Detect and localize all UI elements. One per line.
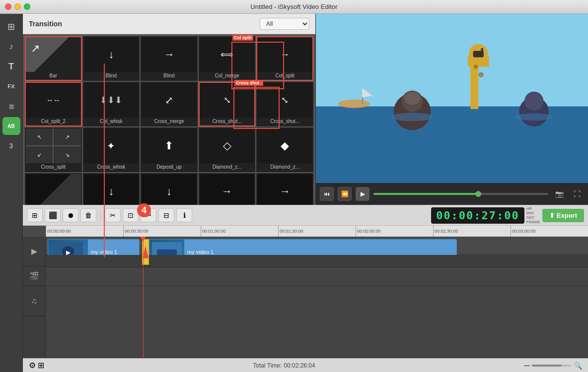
ruler-mark-6: 00:03:00:00 — [511, 226, 588, 237]
maximize-button[interactable] — [24, 3, 30, 10]
music-track[interactable] — [46, 267, 588, 286]
minimize-button[interactable] — [14, 3, 21, 10]
transition-cross-split-label: Cross_split — [41, 163, 66, 171]
transition-blind2-label: Blind — [163, 72, 174, 80]
video-track-icon: ▶ — [23, 237, 45, 266]
transition-cross-split[interactable]: ↖ ↗ ↙ ↘ Cross_split — [25, 127, 82, 172]
playhead-music — [143, 267, 144, 285]
transition-blind1[interactable]: ↓ Blind — [83, 36, 140, 81]
playhead[interactable] — [143, 237, 144, 254]
playhead-audio — [143, 255, 144, 266]
svg-point-7 — [404, 92, 420, 105]
transition-cross-shut1[interactable]: ⤡ Cross_shut... — [199, 82, 256, 126]
top-section: Transition All Basic 3D Fade Slide ↗ — [23, 14, 588, 205]
controls-bar: ⊞ ⬛ ⏺ 🗑 ✂ ⊡ ↩ ⊟ ℹ 00:00:27:00 HR MIN SEC… — [23, 205, 588, 226]
zoom-slider[interactable] — [532, 365, 572, 367]
video-track[interactable]: ▶ my video 1 🔊 — [46, 237, 588, 255]
transition-cross-merge[interactable]: ⤢ Cross_merge — [141, 82, 198, 126]
playhead-empty — [143, 286, 144, 358]
transition-cross-shut2[interactable]: ⤡ Cross_shut... — [256, 82, 313, 126]
fullscreen-button[interactable]: ⛶ — [570, 187, 584, 201]
transition-bar[interactable]: ↗ Bar — [25, 36, 82, 81]
transition-cross-whisk[interactable]: ✦ Cross_whisk — [83, 127, 140, 172]
export-label: Export — [557, 212, 577, 219]
timecode-area: 00:00:27:00 HR MIN SEC FRAME — [431, 206, 540, 224]
svg-point-18 — [515, 113, 553, 121]
content-area: Transition All Basic 3D Fade Slide ↗ — [23, 14, 588, 372]
svg-point-2 — [338, 100, 370, 108]
transition-deposit-up[interactable]: ⬆ Deposit_up — [141, 127, 198, 172]
timeline-tracks[interactable]: ▶ my video 1 🔊 — [46, 237, 588, 358]
svg-point-13 — [474, 64, 478, 69]
progress-bar[interactable] — [373, 193, 548, 195]
grid-icon[interactable]: ⊞ — [38, 361, 44, 370]
transition-col-split-2[interactable]: ↔↔ Col_split_2 — [25, 82, 82, 126]
audio-track[interactable] — [46, 255, 588, 267]
audio-track-icon2: ♫ — [23, 286, 45, 316]
export-button[interactable]: ⬆ Export — [542, 209, 584, 222]
video-controls: ⏮ ⏪ ▶ 📷 ⛶ — [316, 183, 588, 205]
step-back-button[interactable]: ⏪ — [338, 187, 352, 201]
transition-diamond-z1[interactable]: ◇ Diamond_z... — [199, 127, 256, 172]
ruler-mark-5: 00:02:30:00 — [433, 226, 511, 237]
transitions-title: Transition — [29, 20, 62, 28]
add-clip-button[interactable]: ⊞ — [27, 208, 43, 222]
progress-handle[interactable] — [475, 191, 481, 197]
transitions-filter[interactable]: All Basic 3D Fade Slide — [260, 18, 309, 30]
timecode-wrapper: 00:00:27:00 HR MIN SEC FRAME — [431, 206, 540, 224]
transition-cross-shut2-label: Cross_shut... — [270, 118, 299, 125]
transition-extra1[interactable] — [25, 173, 82, 205]
sidebar-item-text[interactable]: T — [2, 58, 20, 75]
snapshot-button[interactable]: ⊟ — [158, 208, 174, 222]
svg-point-17 — [391, 113, 433, 121]
trim-button[interactable]: ⊡ — [123, 208, 139, 222]
timeline-left-panel: ▶ 🎬 ♫ — [23, 237, 46, 358]
transition-diamond-z2-label: Diamond_z... — [270, 163, 299, 171]
toolbar-divider1 — [100, 209, 101, 221]
sidebar-item-step3[interactable]: 3 — [2, 137, 20, 155]
sidebar-item-subtitles[interactable]: AB — [2, 117, 20, 135]
titlebar: Untitled - iSkysoft Video Editor — [0, 0, 588, 14]
transition-col-whisk[interactable]: ⬇⬇⬇ Col_whisk — [83, 82, 140, 126]
settings-icon[interactable]: ⚙ — [29, 361, 36, 370]
sidebar-item-media[interactable]: ⊞ — [2, 18, 20, 36]
info-button[interactable]: ℹ — [176, 208, 192, 222]
delete-button[interactable]: 🗑 — [80, 208, 96, 222]
timeline-area: 00:00:00:00 00:00:30:00 00:01:00:00 00:0… — [23, 226, 588, 358]
zoom-controls: — 🔍 — [524, 362, 582, 370]
record-button[interactable]: ⏺ — [63, 208, 78, 222]
transition-extra2[interactable]: ↓ — [83, 173, 140, 205]
ruler-marks: 00:00:00:00 00:00:30:00 00:01:00:00 00:0… — [46, 226, 588, 237]
screenshot-button[interactable]: 📷 — [552, 187, 566, 201]
sidebar-item-transition[interactable]: ▥ — [2, 97, 20, 115]
transition-blind1-label: Blind — [106, 72, 117, 80]
cut-button[interactable]: ✂ — [105, 208, 121, 222]
transition-extra3[interactable]: ↓ — [141, 173, 198, 205]
left-sidebar: ⊞ ♪ T FX ▥ AB 3 — [0, 14, 23, 372]
transition-blind2[interactable]: → Blind — [141, 36, 198, 81]
play-button[interactable]: ▶ — [356, 187, 369, 201]
undo-button[interactable]: ↩ — [141, 208, 156, 222]
transition-diamond-z2[interactable]: ◆ Diamond_z... — [256, 127, 313, 172]
rewind-button[interactable]: ⏮ — [320, 187, 334, 201]
timecode-display: 00:00:27:00 — [431, 207, 524, 224]
ruler-mark-0: 00:00:00:00 — [46, 226, 123, 237]
transition-extra4[interactable]: → — [199, 173, 256, 205]
zoom-out-icon[interactable]: — — [524, 362, 530, 369]
video-canvas — [316, 14, 588, 183]
transition-col-merge[interactable]: ⟺ Col_merge — [199, 36, 256, 81]
timeline-ruler: 00:00:00:00 00:00:30:00 00:01:00:00 00:0… — [46, 226, 588, 237]
zoom-in-icon[interactable]: 🔍 — [574, 362, 582, 370]
sidebar-item-music[interactable]: ♪ — [2, 38, 20, 56]
close-button[interactable] — [5, 3, 11, 10]
ruler-mark-3: 00:01:30:00 — [278, 226, 356, 237]
status-center: Total Time: 00:02:26:04 — [253, 362, 315, 369]
empty-track1[interactable] — [46, 286, 588, 358]
transition-col-split[interactable]: ↔ Col_split — [256, 36, 313, 81]
transition-extra5[interactable]: → — [256, 173, 313, 205]
add-video-button[interactable]: ⬛ — [45, 208, 61, 222]
sidebar-item-fx[interactable]: FX — [2, 77, 20, 95]
time-labels: HR MIN SEC FRAME — [526, 206, 540, 224]
transitions-header: Transition All Basic 3D Fade Slide — [23, 14, 315, 34]
window-controls[interactable] — [5, 3, 30, 10]
